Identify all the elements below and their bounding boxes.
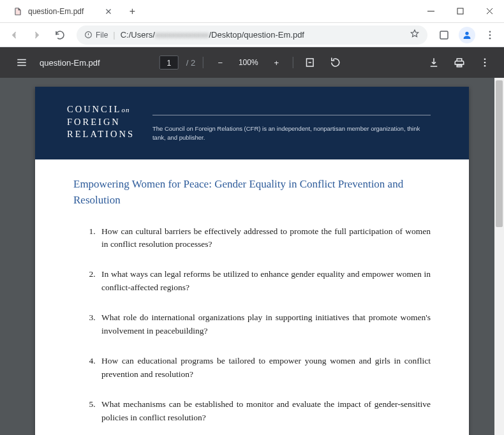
list-item: How can cultural barriers be effectively… [98, 225, 431, 252]
svg-point-4 [489, 31, 491, 33]
zoom-value: 100% [237, 58, 260, 67]
tab-title: question-Em.pdf [28, 7, 84, 16]
window-minimize-button[interactable] [416, 0, 445, 23]
fit-page-icon[interactable] [301, 54, 319, 71]
profile-avatar[interactable] [457, 25, 477, 45]
document-title: Empowering Women for Peace: Gender Equal… [73, 176, 431, 209]
browser-tab-active[interactable]: question-Em.pdf [5, 1, 119, 22]
pdf-page: COUNCILon FOREIGN RELATIONS The Council … [35, 87, 469, 435]
extensions-icon[interactable] [434, 25, 454, 45]
list-item: What mechanisms can be established to mo… [98, 398, 431, 425]
pdf-favicon-icon [13, 6, 23, 17]
vertical-scrollbar[interactable] [494, 78, 504, 435]
list-item: How can educational programs be tailored… [98, 355, 431, 381]
document-header-banner: COUNCILon FOREIGN RELATIONS The Council … [35, 87, 469, 159]
page-separator: / 2 [186, 58, 195, 68]
url-path: C:/Users/xxxxxxxxxxxxx/Desktop/question-… [121, 30, 304, 40]
question-list: How can cultural barriers be effectively… [73, 225, 431, 425]
browser-menu-icon[interactable] [480, 25, 500, 45]
svg-rect-0 [457, 8, 463, 14]
new-tab-button[interactable]: + [123, 3, 141, 20]
browser-toolbar: File | C:/Users/xxxxxxxxxxxxx/Desktop/qu… [0, 23, 504, 47]
scrollbar-thumb[interactable] [496, 80, 503, 227]
zoom-out-button[interactable]: − [211, 54, 229, 71]
pdf-more-icon[interactable] [476, 54, 494, 71]
forward-button[interactable] [27, 25, 47, 45]
back-button[interactable] [4, 25, 24, 45]
toolbar-divider [293, 57, 293, 68]
svg-rect-2 [440, 31, 448, 39]
pdf-toolbar: question-Em.pdf 1 / 2 − 100% + [0, 47, 504, 78]
pdf-viewport[interactable]: COUNCILon FOREIGN RELATIONS The Council … [0, 78, 504, 435]
close-tab-icon[interactable] [104, 7, 113, 16]
bookmark-star-icon[interactable] [410, 29, 420, 41]
toolbar-divider [203, 57, 204, 68]
file-label: File [96, 31, 108, 40]
page-current-input[interactable]: 1 [159, 55, 179, 70]
svg-point-9 [484, 62, 486, 64]
window-titlebar: question-Em.pdf + [0, 0, 504, 23]
list-item: In what ways can legal reforms be utiliz… [98, 268, 431, 295]
window-close-button[interactable] [475, 0, 504, 23]
reload-button[interactable] [50, 25, 70, 45]
zoom-in-button[interactable]: + [267, 54, 285, 71]
svg-point-8 [484, 58, 486, 60]
download-icon[interactable] [425, 54, 443, 71]
cfr-logo: COUNCILon FOREIGN RELATIONS [67, 103, 135, 141]
pdf-menu-icon[interactable] [10, 51, 33, 74]
document-body: Empowering Women for Peace: Gender Equal… [35, 159, 469, 436]
list-item: What role do international organizations… [98, 311, 431, 338]
window-maximize-button[interactable] [445, 0, 475, 23]
svg-point-5 [489, 34, 491, 36]
pdf-filename: question-Em.pdf [40, 58, 100, 68]
svg-point-6 [489, 37, 491, 39]
svg-point-3 [465, 31, 468, 34]
svg-point-10 [484, 65, 486, 67]
print-icon[interactable] [450, 54, 468, 71]
rotate-icon[interactable] [327, 54, 345, 71]
file-origin-chip: File [84, 31, 108, 40]
document-header-text: The Council on Foreign Relations (CFR) i… [152, 115, 431, 143]
address-bar[interactable]: File | C:/Users/xxxxxxxxxxxxx/Desktop/qu… [77, 26, 427, 45]
